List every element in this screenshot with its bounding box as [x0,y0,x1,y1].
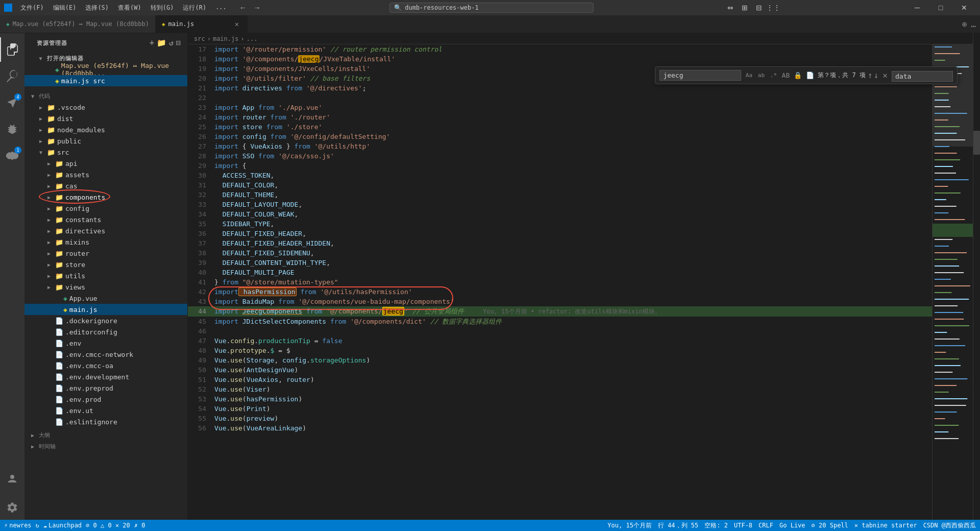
tree-item-assets[interactable]: ▶ 📁 assets [24,169,187,180]
menu-view[interactable]: 查看(W) [114,3,145,13]
address-bar[interactable]: 🔍 dumb-resources-web-1 [389,3,594,13]
collapse-icon[interactable]: ⊟ [176,38,181,47]
tab-map-diff[interactable]: ◈ Map.vue (e5f264f) ↔ Map.vue (8cd0bbb) [0,15,156,33]
menu-edit[interactable]: 编辑(E) [49,3,81,13]
code-line-37: 37 DEFAULT_FIXED_HEADER_HIDDEN, [188,238,932,248]
activity-search[interactable] [0,64,24,88]
tree-item-mixins[interactable]: ▶ 📁 mixins [24,236,187,248]
outline-section[interactable]: ▶ 大纲 [24,429,187,441]
status-encoding[interactable]: UTF-8 [734,522,752,529]
menu-run[interactable]: 运行(R) [179,3,210,13]
tree-item-directives[interactable]: ▶ 📁 directives [24,225,187,236]
menu-file[interactable]: 文件(F) [16,3,48,13]
code-line-38: 38 DEFAULT_FIXED_SIDEMENU, [188,248,932,258]
tree-item-router[interactable]: ▶ 📁 router [24,248,187,259]
menu-more[interactable]: ... [211,3,231,13]
status-indent[interactable]: 空格: 2 [704,521,728,530]
tree-item-public[interactable]: ▶ 📁 public [24,135,187,147]
breadcrumb-file[interactable]: main.js [213,35,239,42]
tree-item-dist[interactable]: ▶ 📁 dist [24,113,187,124]
search-prev-button[interactable]: ↑ [868,70,873,80]
open-editor-mapvue[interactable]: ◈ Map.vue (e5f264f) ↔ Map.vue (8cd0bbb..… [24,64,187,75]
nav-forward[interactable]: → [251,2,263,13]
tree-item-cas[interactable]: ▶ 📁 cas [24,180,187,191]
status-launchpad[interactable]: ☁ Launchpad [43,522,82,529]
search-next-button[interactable]: ↓ [874,70,879,80]
refresh-icon[interactable]: ↺ [169,38,174,47]
activity-extensions[interactable]: 1 [0,143,24,168]
status-tabnine[interactable]: ✕ tabnine starter [854,522,917,529]
timeline-section[interactable]: ▶ 时间轴 [24,441,187,452]
status-golive[interactable]: Go Live [779,522,805,529]
new-folder-icon[interactable]: 📁 [157,38,167,47]
status-spell[interactable]: ⊘ 20 Spell [812,522,848,529]
tab-mainjs[interactable]: ◈ main.js ✕ [156,15,248,33]
tab-split-icon[interactable]: ⊕ [962,19,967,29]
activity-account[interactable] [0,469,24,493]
tree-item-store[interactable]: ▶ 📁 store [24,259,187,270]
code-editor[interactable]: 17 import '@/router/permission' // route… [188,44,932,520]
tree-item-src[interactable]: ▼ 📁 src [24,147,187,158]
activity-source-control[interactable]: 4 [0,90,24,115]
menu-select[interactable]: 选择(S) [81,3,113,13]
scrollbar-thumb[interactable] [973,131,980,155]
activity-settings[interactable] [0,495,24,520]
tree-item-env-development[interactable]: 📄 .env.development [24,371,187,382]
tree-item-appvue[interactable]: ◈ App.vue [24,293,187,304]
breadcrumb-more[interactable]: ... [247,35,258,42]
status-warnings[interactable]: ✗ 0 [134,522,145,529]
status-cursor[interactable]: 行 44，列 55 [658,521,698,530]
tree-item-env-preprod[interactable]: 📄 .env.preprod [24,382,187,394]
status-blame[interactable]: You, 15个月前 [607,521,652,530]
status-branch[interactable]: ⚡ newres [4,522,32,529]
tree-item-vscode[interactable]: ▶ 📁 .vscode [24,102,187,113]
minimize-button[interactable]: ─ [905,0,929,15]
toolbar-grid[interactable]: ⋮⋮ [767,2,779,13]
code-line-46: 46 [188,326,932,336]
status-sync[interactable]: ↻ [36,522,39,529]
match-case-button[interactable]: Aa [743,70,754,81]
match-word-button[interactable]: ab [755,70,767,81]
workspace-header[interactable]: ▼ 代码 [24,90,187,102]
replace-input[interactable] [892,71,953,82]
close-button[interactable]: ✕ [952,0,976,15]
nav-back[interactable]: ← [237,2,249,13]
toolbar-panel[interactable]: ⊟ [753,2,765,13]
new-file-icon[interactable]: + [150,38,155,47]
status-eol[interactable]: CRLF [758,522,773,529]
tree-item-env-cmcc-oa[interactable]: 📄 .env.cmcc-oa [24,360,187,371]
tree-item-constants[interactable]: ▶ 📁 constants [24,214,187,225]
toolbar-split[interactable]: ⇔ [724,2,737,13]
tree-item-components[interactable]: ▶ 📁 components [24,191,187,203]
search-input[interactable] [659,70,741,81]
tree-item-api[interactable]: ▶ 📁 api [24,158,187,169]
status-csdn[interactable]: CSDN @西西偷西瓜 [923,521,976,530]
maximize-button[interactable]: □ [929,0,952,15]
folder-icon: 📁 [55,171,63,179]
breadcrumb-src[interactable]: src [194,35,205,42]
tab-close-button[interactable]: ✕ [233,20,241,28]
tree-item-node-modules[interactable]: ▶ 📁 node_modules [24,124,187,135]
scrollbar-track[interactable] [973,33,980,520]
tree-item-config[interactable]: ▶ 📁 config [24,203,187,214]
menu-goto[interactable]: 转到(G) [146,3,178,13]
regex-button[interactable]: .* [768,70,779,81]
tree-item-eslintignore[interactable]: 📄 .eslintignore [24,416,187,427]
activity-explorer[interactable] [0,37,24,62]
tree-item-env-cmcc-network[interactable]: 📄 .env.cmcc-network [24,349,187,360]
tree-item-dockerignore[interactable]: 📄 .dockerignore [24,315,187,326]
search-close-button[interactable]: ✕ [883,70,888,80]
tree-item-views[interactable]: ▶ 📁 views [24,281,187,293]
tree-item-env-prod[interactable]: 📄 .env.prod [24,394,187,405]
preserve-case-button[interactable]: AB [780,70,791,81]
tree-item-editorconfig[interactable]: 📄 .editorconfig [24,326,187,337]
tree-item-utils[interactable]: ▶ 📁 utils [24,270,187,281]
tree-item-env[interactable]: 📄 .env [24,337,187,349]
toolbar-layout[interactable]: ⊞ [739,2,751,13]
tree-item-env-ut[interactable]: 📄 .env.ut [24,405,187,416]
tree-item-mainjs[interactable]: ◈ main.js [24,304,187,315]
open-editor-mainjs[interactable]: ◈ main.js src [24,75,187,86]
tab-more-icon[interactable]: … [971,19,976,29]
status-errors[interactable]: ⊘ 0 △ 0 ✕ 20 [86,522,130,529]
activity-debug[interactable] [0,117,24,141]
